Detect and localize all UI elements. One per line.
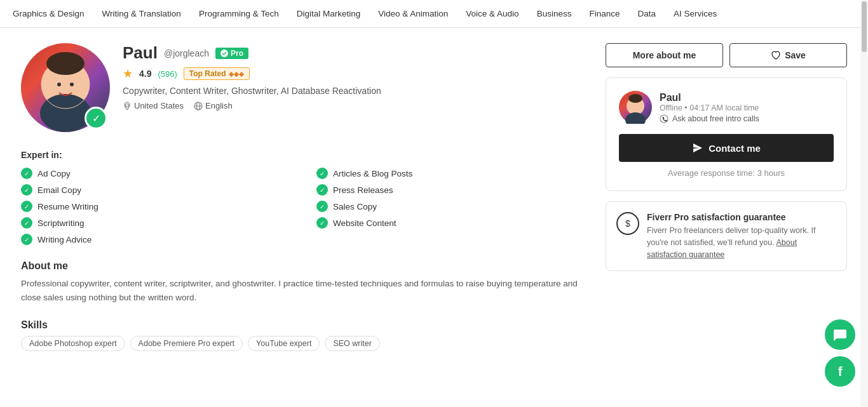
contact-card-header: Paul Offline • 04:17 AM local time 📞 Ask… <box>619 91 834 124</box>
skill-tag[interactable]: YouTube expert <box>248 336 320 351</box>
about-title: About me <box>21 260 587 272</box>
rating-value: 4.9 <box>139 69 151 79</box>
check-icon: ✓ <box>316 217 328 229</box>
expert-item: ✓ Ad Copy <box>21 168 291 179</box>
svg-point-13 <box>628 94 642 103</box>
guarantee-text: Fiverr Pro freelancers deliver top-quali… <box>647 225 836 260</box>
location: United States <box>123 101 184 110</box>
profile-name-row: Paul @jorgleach Pro <box>123 43 587 63</box>
expert-item: ✓ Scriptwriting <box>21 217 291 229</box>
expert-item: ✓ Writing Advice <box>21 234 291 245</box>
guarantee-title: Fiverr Pro satisfaction guarantee <box>647 212 836 222</box>
nav-video-animation[interactable]: Video & Animation <box>378 1 448 26</box>
nav-voice-audio[interactable]: Voice & Audio <box>466 1 519 26</box>
scrollbar-thumb[interactable] <box>862 1 867 52</box>
more-about-button[interactable]: More about me <box>606 43 723 67</box>
profile-section: ✓ Paul @jorgleach Pro ★ 4.9 (596) Top <box>21 43 587 351</box>
svg-point-3 <box>46 52 85 75</box>
nav-data[interactable]: Data <box>637 1 656 26</box>
diamond-icons: ◆◆◆ <box>229 70 244 77</box>
svg-point-7 <box>126 103 129 107</box>
review-count[interactable]: (596) <box>158 69 177 79</box>
check-icon: ✓ <box>316 184 328 196</box>
heart-icon <box>771 50 781 60</box>
skills-section: Skills Adobe Photoshop expert Adobe Prem… <box>21 319 587 351</box>
svg-text:📞: 📞 <box>662 116 668 122</box>
skills-tags: Adobe Photoshop expert Adobe Premiere Pr… <box>21 336 587 351</box>
profile-handle: @jorgleach <box>164 48 209 58</box>
svg-point-12 <box>625 112 646 124</box>
rating-row: ★ 4.9 (596) Top Rated ◆◆◆ <box>123 67 587 81</box>
expert-item: ✓ Articles & Blog Posts <box>316 168 587 179</box>
contact-intro: 📞 Ask about free intro calls <box>660 114 759 123</box>
expert-item: ✓ Press Releases <box>316 184 587 196</box>
check-icon: ✓ <box>21 234 32 245</box>
location-icon <box>123 102 132 110</box>
pro-check-icon <box>220 50 228 57</box>
nav-graphics-design[interactable]: Graphics & Design <box>13 1 85 26</box>
check-icon: ✓ <box>316 168 328 179</box>
top-nav: Graphics & Design Writing & Translation … <box>0 0 868 28</box>
guarantee-content: Fiverr Pro satisfaction guarantee Fiverr… <box>647 212 836 260</box>
contact-button[interactable]: Contact me <box>619 134 834 162</box>
contact-info: Paul Offline • 04:17 AM local time 📞 Ask… <box>660 92 759 123</box>
expert-item: ✓ Email Copy <box>21 184 291 196</box>
profile-info: Paul @jorgleach Pro ★ 4.9 (596) Top Rate… <box>123 43 587 110</box>
skill-tag[interactable]: SEO writer <box>325 336 379 351</box>
check-icon: ✓ <box>21 217 32 229</box>
guarantee-card: $ Fiverr Pro satisfaction guarantee Five… <box>606 201 847 271</box>
skill-tag[interactable]: Adobe Premiere Pro expert <box>130 336 243 351</box>
check-icon: ✓ <box>21 168 32 179</box>
top-rated-badge: Top Rated ◆◆◆ <box>184 67 250 80</box>
send-icon <box>692 142 703 154</box>
contact-avatar <box>619 91 652 124</box>
avatar-wrapper: ✓ <box>21 43 110 132</box>
nav-programming-tech[interactable]: Programming & Tech <box>199 1 279 26</box>
location-lang-row: United States English <box>123 101 587 110</box>
nav-finance[interactable]: Finance <box>589 1 620 26</box>
scrollbar[interactable] <box>860 0 868 366</box>
expert-item: ✓ Website Content <box>316 217 587 229</box>
svg-point-5 <box>70 83 74 86</box>
star-icon: ★ <box>123 67 133 81</box>
phone-icon: 📞 <box>660 114 668 123</box>
about-section: About me Professional copywriter, conten… <box>21 260 587 304</box>
language-icon <box>194 102 203 110</box>
about-text: Professional copywriter, content writer,… <box>21 277 587 304</box>
expert-label: Expert in: <box>21 150 587 160</box>
response-time: Average response time: 3 hours <box>619 168 834 178</box>
nav-digital-marketing[interactable]: Digital Marketing <box>297 1 361 26</box>
profile-tagline: Copywriter, Content Writer, Ghostwriter,… <box>123 86 587 96</box>
guarantee-icon: $ <box>616 212 639 235</box>
nav-business[interactable]: Business <box>537 1 572 26</box>
contact-status: Offline • 04:17 AM local time <box>660 103 759 112</box>
profile-header: ✓ Paul @jorgleach Pro ★ 4.9 (596) Top <box>21 43 587 132</box>
expert-grid: ✓ Ad Copy ✓ Articles & Blog Posts ✓ Emai… <box>21 168 587 245</box>
sidebar-action-row: More about me Save <box>606 43 847 67</box>
profile-name: Paul <box>123 43 158 63</box>
fiverr-logo-icon: f <box>838 364 843 367</box>
language: English <box>194 101 233 110</box>
skill-tag[interactable]: Adobe Photoshop expert <box>21 336 125 351</box>
shield-dollar-icon: $ <box>625 218 630 229</box>
skills-title: Skills <box>21 319 587 331</box>
contact-name: Paul <box>660 92 759 103</box>
nav-ai-services[interactable]: AI Services <box>674 1 717 26</box>
nav-writing-translation[interactable]: Writing & Translation <box>102 1 181 26</box>
svg-point-4 <box>57 83 61 86</box>
check-icon: ✓ <box>21 201 32 212</box>
expert-item: ✓ Resume Writing <box>21 201 291 212</box>
check-icon: ✓ <box>21 184 32 196</box>
verified-badge: ✓ <box>85 107 107 130</box>
floating-chat-icon[interactable] <box>825 319 855 350</box>
check-icon: ✓ <box>316 201 328 212</box>
contact-card: Paul Offline • 04:17 AM local time 📞 Ask… <box>606 77 847 191</box>
save-button[interactable]: Save <box>729 43 847 67</box>
expert-item: ✓ Sales Copy <box>316 201 587 212</box>
sidebar: More about me Save Paul Offline • 04:1 <box>606 43 847 351</box>
expert-section: Expert in: ✓ Ad Copy ✓ Articles & Blog P… <box>21 150 587 245</box>
pro-badge: Pro <box>215 48 248 59</box>
svg-point-1 <box>40 94 91 132</box>
